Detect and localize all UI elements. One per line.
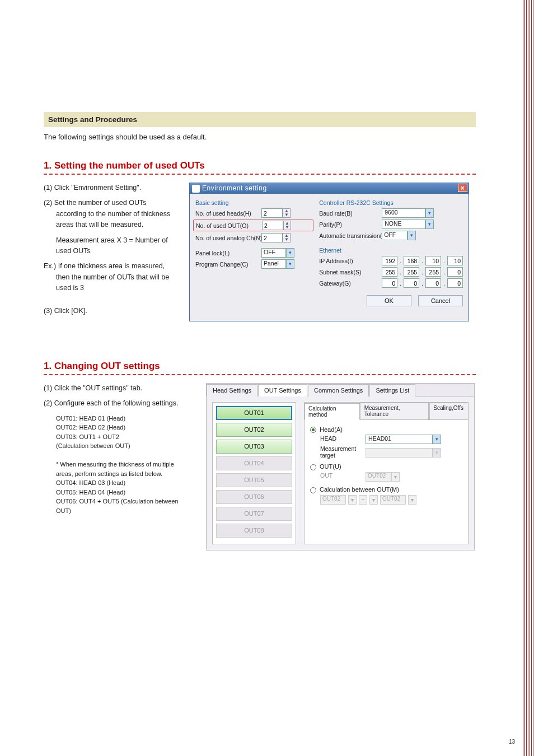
s2-step2: (2) Configure each of the following sett… — [44, 398, 189, 409]
out-detail-pane: Calculation method Measurement, Toleranc… — [304, 402, 469, 544]
row-auto: Automatic transmission(A) OFF ▾ — [319, 231, 463, 240]
out05-button: OUT05 — [216, 473, 292, 487]
out-list: OUT01 OUT02 OUT03 OUT04 OUT05 OUT06 OUT0… — [212, 402, 296, 544]
section2-text: (1) Click the "OUT settings" tab. (2) Co… — [44, 383, 189, 550]
sn-oct3[interactable] — [425, 267, 441, 277]
s2-step1: (1) Click the "OUT settings" tab. — [44, 383, 189, 394]
dd-head[interactable]: HEAD01 ▾ — [366, 435, 441, 444]
label-panel-lock: Panel lock(L) — [195, 250, 261, 256]
input-analog[interactable] — [261, 233, 283, 242]
row-gateway: Gateway(G) . . . — [319, 278, 463, 288]
dialog-titlebar: Environment setting × — [190, 183, 469, 194]
cancel-button[interactable]: Cancel — [418, 295, 463, 306]
subtab-scaling[interactable]: Scaling,Offs — [429, 403, 467, 419]
out03-button[interactable]: OUT03 — [216, 440, 292, 454]
spinner-analog[interactable] — [283, 233, 291, 242]
out02-button[interactable]: OUT02 — [216, 423, 292, 437]
label-heads: No. of used heads(H) — [195, 210, 261, 217]
ip-oct3[interactable] — [425, 256, 441, 265]
s1-step2c: Ex.) If one thickness area is measured, … — [44, 261, 172, 293]
rs232c-title: Controller RS-232C Settings — [319, 199, 463, 206]
ip-oct1[interactable] — [382, 256, 397, 265]
page-content: Settings and Procedures The following se… — [0, 0, 504, 550]
s2-l6: OUT05: HEAD 04 (Head) — [56, 488, 189, 497]
tab-common-settings[interactable]: Common Settings — [308, 384, 369, 396]
basic-setting-group: Basic setting No. of used heads(H) No. o… — [195, 199, 311, 290]
s2-l2: OUT02: HEAD 02 (Head) — [56, 423, 189, 432]
chevron-down-icon[interactable]: ▾ — [425, 220, 434, 229]
dd-parity-value: NONE — [382, 220, 425, 229]
dd-head-value: HEAD01 — [366, 435, 433, 444]
dd-auto[interactable]: OFF ▾ — [382, 231, 416, 240]
dd-prog-change[interactable]: Panel ▾ — [261, 259, 294, 269]
radio-calc[interactable]: Calculation between OUT(M) — [310, 486, 462, 493]
out-settings-window: Head Settings OUT Settings Common Settin… — [206, 383, 475, 550]
chevron-down-icon[interactable]: ▾ — [286, 248, 294, 258]
subtab-calc-method[interactable]: Calculation method — [305, 403, 360, 420]
dd-panel-lock-value: OFF — [261, 248, 286, 258]
section1-text: (1) Click "Environment Setting". (2) Set… — [44, 183, 172, 321]
dd-panel-lock[interactable]: OFF ▾ — [261, 248, 294, 258]
ip-oct2[interactable] — [404, 256, 419, 265]
chevron-down-icon[interactable]: ▾ — [425, 208, 434, 218]
s1-step1: (1) Click "Environment Setting". — [44, 183, 172, 193]
input-outs[interactable] — [262, 221, 283, 230]
gw-oct4[interactable] — [447, 278, 463, 288]
chevron-down-icon[interactable]: ▾ — [407, 231, 416, 240]
dd-baud[interactable]: 9600 ▾ — [382, 208, 434, 218]
divider — [44, 174, 476, 175]
intro-text: The following settings should be used as… — [44, 133, 476, 141]
radio-out[interactable]: OUT(U) — [310, 463, 462, 470]
row-subnet: Subnet mask(S) . . . — [319, 267, 463, 277]
chevron-down-icon[interactable]: ▾ — [433, 435, 441, 444]
gw-oct3[interactable] — [425, 278, 441, 288]
label-head: HEAD — [320, 435, 364, 442]
subtab-measurement[interactable]: Measurement, Tolerance — [360, 403, 429, 419]
label-auto: Automatic transmission(A) — [319, 232, 382, 239]
dialog-buttons: OK Cancel — [190, 293, 469, 311]
radio-out-label: OUT(U) — [320, 463, 341, 470]
s2-l5: OUT04: HEAD 03 (Head) — [56, 478, 189, 488]
dd-target[interactable]: ▾ — [366, 448, 441, 458]
ok-button[interactable]: OK — [367, 295, 411, 306]
input-heads[interactable] — [261, 208, 283, 218]
tab-settings-list[interactable]: Settings List — [369, 384, 415, 396]
dd-prog-change-value: Panel — [261, 259, 286, 269]
out01-button[interactable]: OUT01 — [216, 406, 292, 420]
s2-note: * When measuring the thickness of multip… — [56, 460, 189, 478]
label-prog-change: Program Change(C) — [195, 261, 261, 268]
dialog-title-text: Environment setting — [202, 184, 267, 192]
ethernet-title: Ethernet — [319, 247, 463, 254]
section2-row: (1) Click the "OUT settings" tab. (2) Co… — [44, 383, 476, 550]
chevron-down-icon: ▾ — [369, 495, 378, 505]
ip-fields: . . . — [382, 256, 463, 265]
subnet-fields: . . . — [382, 267, 463, 277]
spinner-outs[interactable] — [283, 221, 291, 230]
sn-oct4[interactable] — [447, 267, 463, 277]
chevron-down-icon[interactable]: ▾ — [286, 259, 294, 269]
out07-button: OUT07 — [216, 507, 292, 521]
radio-icon — [310, 487, 316, 493]
dd-parity[interactable]: NONE ▾ — [382, 220, 434, 229]
head-inset: HEAD HEAD01 ▾ Measurement target — [310, 435, 462, 459]
basic-setting-title: Basic setting — [195, 199, 311, 206]
tab-out-settings[interactable]: OUT Settings — [258, 384, 307, 396]
section-banner: Settings and Procedures — [44, 112, 476, 127]
ip-oct4[interactable] — [447, 256, 463, 265]
radio-head[interactable]: Head(A) — [310, 426, 462, 433]
chevron-down-icon: ▾ — [348, 495, 357, 505]
label-subnet: Subnet mask(S) — [319, 269, 382, 276]
gw-oct2[interactable] — [404, 278, 419, 288]
tab-head-settings[interactable]: Head Settings — [207, 384, 257, 396]
env-setting-dialog: Environment setting × Basic setting No. … — [189, 183, 469, 321]
sn-oct2[interactable] — [404, 267, 419, 277]
radio-head-label: Head(A) — [320, 426, 343, 433]
close-icon[interactable]: × — [458, 184, 467, 192]
gw-oct1[interactable] — [382, 278, 397, 288]
dd-auto-value: OFF — [382, 231, 407, 240]
row-parity: Parity(P) NONE ▾ — [319, 220, 463, 229]
spinner-heads[interactable] — [283, 208, 291, 218]
section1-heading: 1. Setting the number of used OUTs — [44, 160, 476, 171]
sn-oct1[interactable] — [382, 267, 397, 277]
rs232c-group: Controller RS-232C Settings Baud rate(B)… — [319, 199, 463, 290]
